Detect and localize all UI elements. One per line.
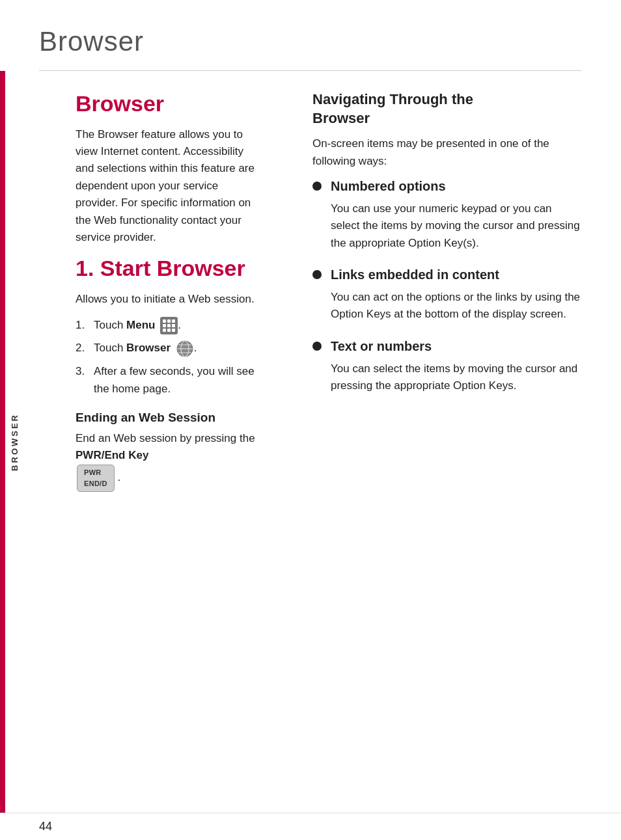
bullet-dot-1: [312, 182, 322, 191]
bullet-dot-3: [312, 342, 322, 351]
ending-para: End an Web session by pressing the PWR/E…: [76, 430, 260, 492]
bullet-text-body: You can select the items by moving the c…: [312, 360, 582, 395]
step-3-text: After a few seconds, you will see the ho…: [94, 363, 260, 398]
nav-heading-line1: Navigating Through the: [312, 91, 473, 107]
page-title: Browser: [0, 0, 621, 70]
bottom-bar: 44: [0, 813, 621, 840]
right-column: Navigating Through the Browser On-screen…: [286, 71, 621, 813]
step-1: 1. Touch Menu .: [76, 317, 260, 334]
bullet-text-heading: Text or numbers: [312, 339, 582, 354]
nav-heading-line2: Browser: [312, 110, 370, 126]
page-number: 44: [39, 820, 52, 833]
pwr-key-icon: PWREND/D: [77, 465, 115, 492]
ending-text-before: End an Web session by pressing the: [76, 432, 255, 444]
browser-bold: Browser: [126, 342, 171, 355]
browser-intro-para: The Browser feature allows you to view I…: [76, 126, 260, 246]
bullet-links-embedded: Links embedded in content You can act on…: [312, 267, 582, 323]
sidebar-label-wrapper: Browser: [5, 71, 23, 813]
sidebar-red-bar: [0, 71, 5, 813]
bullet-numbered-heading: Numbered options: [312, 179, 582, 194]
start-browser-para: Allows you to initiate a Web session.: [76, 291, 260, 308]
menu-bold: Menu: [126, 319, 155, 331]
start-browser-heading: 1. Start Browser: [76, 255, 260, 282]
bullet-dot-2: [312, 270, 322, 279]
pwr-end-key-bold: PWR/End Key: [76, 449, 148, 461]
step-2-number: 2.: [76, 340, 94, 357]
bullet-links-body: You can act on the options or the links …: [312, 289, 582, 323]
step-2: 2. Touch Browser .: [76, 340, 260, 358]
step-1-number: 1.: [76, 317, 94, 334]
nav-intro-para: On-screen items may be presented in one …: [312, 135, 582, 170]
nav-section-heading: Navigating Through the Browser: [312, 90, 582, 128]
left-col-content: Browser The Browser feature allows you t…: [62, 90, 260, 492]
step-1-text: Touch Menu .: [94, 317, 260, 334]
bullet-numbered-options: Numbered options You can use your numeri…: [312, 179, 582, 252]
ending-after: PWREND/D .: [76, 471, 120, 483]
bullet-numbered-body: You can use your numeric keypad or you c…: [312, 200, 582, 252]
ending-heading: Ending an Web Session: [76, 411, 260, 425]
step-3: 3. After a few seconds, you will see the…: [76, 363, 260, 398]
bullet-text-numbers: Text or numbers You can select the items…: [312, 339, 582, 395]
step-3-number: 3.: [76, 363, 94, 380]
left-column: Browser Browser The Browser feature allo…: [0, 71, 286, 813]
page: Browser Browser Browser The Browser feat…: [0, 0, 621, 840]
bullet-text-label: Text or numbers: [331, 339, 432, 354]
sidebar-label: Browser: [10, 413, 20, 471]
menu-icon: [160, 317, 178, 334]
browser-icon: [176, 340, 194, 358]
bullet-links-label: Links embedded in content: [331, 267, 499, 282]
content-area: Browser Browser The Browser feature allo…: [0, 71, 621, 813]
bullet-links-heading: Links embedded in content: [312, 267, 582, 282]
bullet-numbered-label: Numbered options: [331, 179, 446, 194]
step-2-text: Touch Browser .: [94, 340, 260, 358]
browser-section-heading: Browser: [76, 90, 260, 117]
